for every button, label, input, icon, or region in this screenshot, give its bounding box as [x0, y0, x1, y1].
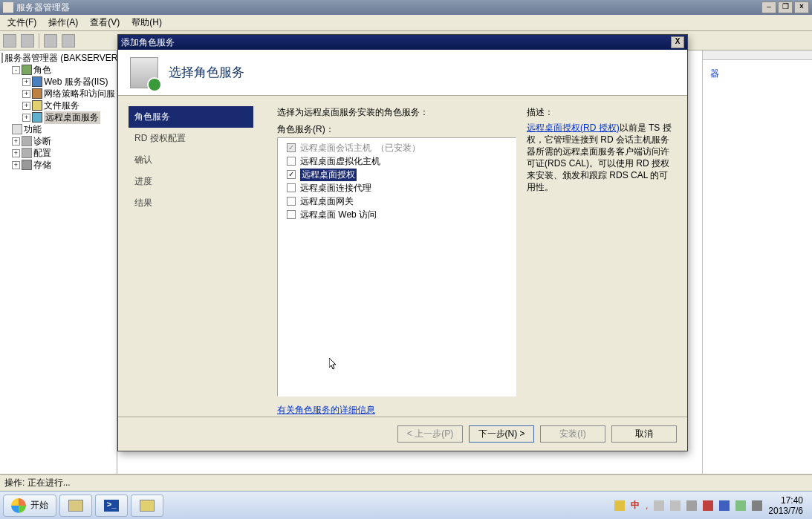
add-role-wizard: 添加角色服务 X 选择角色服务 角色服务 RD 授权配置 确认 进度 结果 选择…	[117, 34, 688, 451]
tree-config[interactable]: + 配置	[12, 147, 115, 159]
wizard-close-button[interactable]: X	[671, 36, 684, 48]
service-label: 远程桌面虚拟化主机	[300, 155, 380, 168]
clock[interactable]: 17:40 2013/7/6	[768, 495, 806, 516]
tree-label: 功能	[24, 123, 42, 136]
config-icon	[22, 148, 32, 158]
service-item[interactable]: 远程桌面连接代理	[281, 181, 513, 195]
tray-icon[interactable]	[614, 500, 625, 511]
wizard-main: 选择为远程桌面服务安装的角色服务： 角色服务(R)： ✓远程桌面会话主机 （已安…	[264, 96, 687, 417]
expand-icon[interactable]: +	[12, 149, 20, 157]
menubar: 文件(F) 操作(A) 查看(V) 帮助(H)	[0, 15, 812, 31]
rd-icon	[32, 112, 42, 123]
server-icon	[1, 53, 3, 63]
nav-progress[interactable]: 进度	[129, 171, 253, 192]
tree-pane[interactable]: 服务器管理器 (BAKSERVER - 角色 + Web 服务器(IIS) + …	[0, 50, 117, 474]
minimize-button[interactable]: –	[761, 1, 776, 13]
storage-icon	[22, 160, 32, 170]
checkbox[interactable]	[287, 210, 296, 219]
windows-orb-icon	[11, 498, 26, 513]
tray-icon[interactable]	[670, 500, 681, 511]
tree-label: 文件服务	[44, 99, 79, 112]
service-item[interactable]: 远程桌面 Web 访问	[281, 208, 513, 221]
menu-action[interactable]: 操作(A)	[44, 15, 82, 30]
menu-help[interactable]: 帮助(H)	[127, 15, 166, 30]
tree-label: 角色	[33, 64, 51, 76]
desc-link[interactable]: 远程桌面授权(RD 授权)	[527, 123, 620, 133]
expand-icon[interactable]: +	[22, 78, 30, 86]
role-services-list[interactable]: ✓远程桌面会话主机 （已安装）远程桌面虚拟化主机✓远程桌面授权远程桌面连接代理远…	[277, 137, 516, 396]
tree-storage[interactable]: + 存储	[12, 159, 115, 171]
task-powershell[interactable]: >_	[95, 494, 128, 517]
features-icon	[12, 124, 22, 134]
system-tray: 中 , 17:40 2013/7/6	[608, 495, 812, 516]
tree-roles[interactable]: - 角色	[12, 64, 115, 76]
expand-icon[interactable]: +	[22, 90, 30, 98]
wizard-nav: 角色服务 RD 授权配置 确认 进度 结果	[118, 96, 264, 417]
expand-icon[interactable]: +	[12, 161, 20, 169]
help-icon[interactable]	[62, 34, 75, 48]
cancel-button[interactable]: 取消	[611, 425, 677, 443]
tree-rd[interactable]: + 远程桌面服务	[22, 111, 115, 123]
tray-icon[interactable]	[686, 500, 697, 511]
checkbox[interactable]	[287, 197, 296, 206]
nav-rd-license[interactable]: RD 授权配置	[129, 128, 253, 149]
tree-web[interactable]: + Web 服务器(IIS)	[22, 76, 115, 88]
wizard-buttons: < 上一步(P) 下一步(N) > 安装(I) 取消	[118, 417, 687, 451]
expand-icon[interactable]: +	[12, 137, 20, 146]
checkbox[interactable]: ✓	[287, 170, 296, 179]
next-button[interactable]: 下一步(N) >	[469, 425, 534, 443]
status-label: 操作:	[4, 477, 25, 489]
service-suffix: （已安装）	[376, 142, 420, 154]
service-item[interactable]: ✓远程桌面授权	[281, 168, 513, 181]
nav-confirm[interactable]: 确认	[129, 149, 253, 171]
tray-icon[interactable]	[719, 500, 730, 511]
tree-file[interactable]: + 文件服务	[22, 99, 115, 111]
collapse-icon[interactable]: -	[12, 66, 20, 74]
window-title: 服务器管理器	[16, 1, 70, 14]
tray-icon[interactable]	[703, 500, 713, 511]
desc-body: 远程桌面授权(RD 授权)以前是 TS 授权，它管理连接到 RD 会话主机服务器…	[527, 122, 674, 193]
tree-root[interactable]: 服务器管理器 (BAKSERVER	[1, 52, 115, 64]
wizard-title-text: 添加角色服务	[121, 36, 175, 49]
tray-icon[interactable]	[735, 500, 746, 511]
wizard-body: 角色服务 RD 授权配置 确认 进度 结果 选择为远程桌面服务安装的角色服务： …	[118, 96, 687, 417]
tree-nap[interactable]: + 网络策略和访问服	[22, 88, 115, 99]
tree-label: Web 服务器(IIS)	[44, 76, 108, 88]
nav-results[interactable]: 结果	[129, 192, 253, 214]
checkbox: ✓	[287, 143, 296, 152]
actions-link[interactable]: 器	[710, 68, 805, 80]
close-button[interactable]: ×	[794, 1, 809, 13]
back-icon[interactable]	[3, 34, 16, 48]
task-explorer[interactable]	[131, 494, 163, 517]
volume-icon[interactable]	[752, 500, 762, 511]
install-button[interactable]: 安装(I)	[540, 425, 605, 443]
service-item[interactable]: 远程桌面虚拟化主机	[281, 154, 513, 168]
task-server-manager[interactable]	[59, 494, 92, 517]
tree-label: 网络策略和访问服	[44, 88, 115, 100]
service-item[interactable]: 远程桌面网关	[281, 195, 513, 208]
expand-icon[interactable]: +	[22, 102, 30, 110]
tree-diag[interactable]: + 诊断	[12, 135, 115, 147]
statusbar: 操作: 正在进行...	[0, 474, 812, 491]
start-button[interactable]: 开始	[3, 494, 56, 517]
ime-indicator[interactable]: 中	[631, 499, 640, 512]
tree-label: 诊断	[33, 135, 51, 148]
checkbox[interactable]	[287, 157, 296, 166]
menu-view[interactable]: 查看(V)	[85, 15, 124, 30]
tray-icon[interactable]	[654, 500, 664, 511]
service-item[interactable]: ✓远程桌面会话主机 （已安装）	[281, 141, 513, 154]
more-info-link[interactable]: 有关角色服务的详细信息	[277, 404, 516, 417]
checkbox[interactable]	[287, 183, 296, 192]
maximize-button[interactable]: ❐	[778, 1, 793, 13]
forward-icon[interactable]	[21, 34, 34, 48]
nav-role-services[interactable]: 角色服务	[129, 106, 253, 128]
prev-button[interactable]: < 上一步(P)	[397, 425, 463, 443]
menu-file[interactable]: 文件(F)	[3, 15, 41, 30]
tool-icon[interactable]	[44, 34, 57, 48]
tree-features[interactable]: 功能	[12, 123, 115, 135]
wizard-titlebar[interactable]: 添加角色服务 X	[118, 35, 687, 50]
list-label: 角色服务(R)：	[277, 123, 516, 136]
start-label: 开始	[30, 499, 48, 512]
expand-icon[interactable]: +	[22, 114, 30, 122]
actions-header	[703, 50, 812, 60]
